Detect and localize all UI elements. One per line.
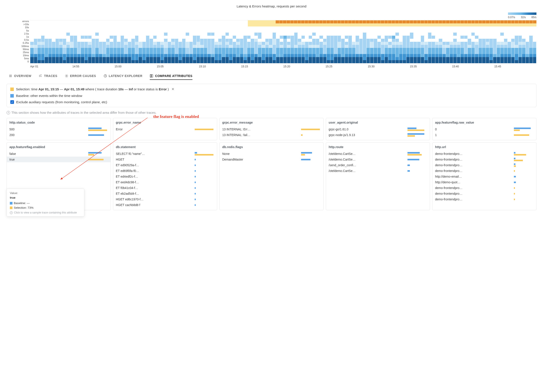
tab-compare-attributes[interactable]: COMPARE ATTRIBUTES xyxy=(150,74,192,80)
attribute-card[interactable]: http.status_code500200 xyxy=(6,118,111,140)
attribute-row[interactable]: HGET ed6c1970-f… xyxy=(116,196,214,202)
attribute-row[interactable]: ET eed4dc98-f… xyxy=(116,179,214,185)
attribute-row[interactable]: HGET xyxy=(116,157,214,162)
attribute-label: ET eb2ad5d4-f… xyxy=(116,192,171,195)
attribute-row[interactable]: None xyxy=(222,151,321,157)
attribute-card[interactable]: grpc.error_message13 INTERNAL: Err…13 IN… xyxy=(219,118,324,140)
attribute-row[interactable]: 13 INTERNAL: Err… xyxy=(222,127,321,132)
attribute-card[interactable]: http.route/oteldemo.CartSe…/oteldemo.Car… xyxy=(326,142,430,210)
attribute-row[interactable]: HGET cachb8d8 f xyxy=(116,202,214,208)
attribute-row[interactable]: ET ed4edf2c-f… xyxy=(116,174,214,179)
heatmap-xtick: 15:15 xyxy=(241,65,283,68)
attribute-label: Error xyxy=(116,127,171,131)
legend-mid: 32/s xyxy=(521,16,526,19)
attribute-row[interactable]: 13 INTERNAL: fail… xyxy=(222,132,321,138)
attribute-row[interactable]: demo-frontendpro… xyxy=(435,185,534,191)
attribute-row[interactable]: http://demo-quot… xyxy=(435,179,534,185)
attribute-bars xyxy=(407,152,427,155)
attribute-row[interactable]: grpc-node-js/1.9.13 xyxy=(329,132,427,138)
attribute-row[interactable]: /send_order_confi… xyxy=(329,162,427,168)
tooltip-baseline-row: Baseline: — xyxy=(10,201,81,205)
heatmap-ytick: 10ms xyxy=(23,54,29,57)
heatmap-xtick: 14:55 xyxy=(73,65,115,68)
attribute-row[interactable]: ET ed90529a-f… xyxy=(116,162,214,168)
attribute-card[interactable]: db.redis.flagsNoneDemandMaster xyxy=(219,142,324,210)
attribute-row[interactable]: false xyxy=(9,151,108,157)
overview-icon xyxy=(9,74,12,78)
attribute-bars xyxy=(514,182,534,183)
attribute-bars xyxy=(195,182,214,183)
heatmap-xtick: 15:05 xyxy=(157,65,199,68)
svg-rect-3 xyxy=(152,75,153,77)
error-causes-icon xyxy=(65,74,68,78)
heatmap-ytick: 50ms xyxy=(23,48,29,51)
heatmap[interactable]: errors>10s10s5s2.5s1s0.5s0.25s100ms50ms2… xyxy=(4,20,539,63)
attribute-row[interactable]: http://demo-email… xyxy=(435,174,534,179)
attribute-label: HGET cachb8d8 f xyxy=(116,203,171,207)
attribute-card[interactable]: http.urldemo-frontendpro…demo-frontendpr… xyxy=(432,142,537,210)
attribute-row[interactable]: ET ed69f0fa-f0… xyxy=(116,168,214,174)
attribute-row[interactable]: demo-frontendpro… xyxy=(435,196,534,202)
attribute-bars xyxy=(88,134,108,136)
info-icon: i xyxy=(6,111,10,114)
attribute-row[interactable]: grpc-go/1.61.0 xyxy=(329,127,427,132)
tooltip-value-label: Value: xyxy=(10,191,81,195)
attribute-row[interactable]: DemandMaster xyxy=(222,157,321,162)
heatmap-xaxis: Apr 0114:5515:0015:0515:1015:1515:2015:2… xyxy=(17,65,537,68)
latency-explorer-icon xyxy=(104,74,107,78)
attribute-label: ET ed4edf2c-f… xyxy=(116,175,171,178)
attribute-row[interactable]: SELECT f0."name"… xyxy=(116,151,214,157)
attribute-card[interactable]: user_agent.originalgrpc-go/1.61.0grpc-no… xyxy=(326,118,430,140)
attribute-bars xyxy=(407,170,427,172)
tab-overview-label: OVERVIEW xyxy=(14,74,31,78)
attribute-row[interactable]: 0 xyxy=(435,127,534,132)
attribute-row[interactable]: demo-frontendpro… xyxy=(435,191,534,196)
attribute-row[interactable]: 200 xyxy=(9,132,108,138)
tab-traces[interactable]: TRACES xyxy=(39,74,57,80)
tab-overview[interactable]: OVERVIEW xyxy=(9,74,31,80)
attribute-row[interactable]: /oteldemo.CartSe… xyxy=(329,157,427,162)
attribute-bars xyxy=(514,193,534,194)
attribute-row[interactable]: Error xyxy=(116,127,214,132)
section-description: i This section shows how the attributes … xyxy=(6,111,537,114)
attribute-row[interactable]: 500 xyxy=(9,127,108,132)
tab-latency-explorer[interactable]: LATENCY EXPLORER xyxy=(104,74,142,80)
attribute-label: http://demo-email… xyxy=(435,175,490,178)
attribute-label: /send_order_confi… xyxy=(329,163,384,167)
heatmap-ytick: 1s xyxy=(26,36,29,38)
heatmap-row xyxy=(30,54,537,57)
attribute-card[interactable]: grpc.error_nameError xyxy=(113,118,217,140)
attribute-row[interactable]: true xyxy=(7,157,111,162)
tabs: OVERVIEW TRACES ERROR CAUSES LATENCY EXP… xyxy=(9,74,539,80)
attribute-row[interactable]: ET f0b41c04-f… xyxy=(116,185,214,191)
attribute-row[interactable]: demo-frontendpro… xyxy=(435,157,534,162)
attribute-label: HGET ed6c1970-f… xyxy=(116,198,171,201)
attribute-row[interactable]: 1 xyxy=(435,132,534,138)
attribute-row[interactable]: /oteldemo.CartSe… xyxy=(329,151,427,157)
attribute-row[interactable]: /oteldemo.CartSe… xyxy=(329,168,427,174)
attribute-bars xyxy=(514,170,534,172)
attribute-card[interactable]: app.featureflag.raw_value01 xyxy=(432,118,537,140)
attribute-card[interactable]: db.statementSELECT f0."name"…HGETET ed90… xyxy=(113,142,217,210)
exclude-auxiliary-checkbox[interactable]: ✓ xyxy=(10,100,14,104)
attribute-row[interactable]: demo-frontendpro… xyxy=(435,168,534,174)
attribute-row[interactable]: ET eb2ad5d4-f… xyxy=(116,191,214,196)
tooltip-value: true xyxy=(10,196,81,199)
filter-baseline-row: Baseline: other events within the time w… xyxy=(10,94,533,98)
attribute-bars xyxy=(514,127,534,131)
tab-latency-explorer-label: LATENCY EXPLORER xyxy=(109,74,142,78)
clear-selection-icon[interactable]: ✕ xyxy=(171,87,174,91)
heatmap-rows xyxy=(30,20,537,63)
swatch-selection-small xyxy=(10,206,12,209)
tab-error-causes[interactable]: ERROR CAUSES xyxy=(65,74,96,80)
heatmap-row xyxy=(30,29,537,33)
filter-selection-row: Selection: time Apr 01, 15:15 — Apr 01, … xyxy=(10,87,533,91)
attribute-label: false xyxy=(9,152,65,155)
attribute-row[interactable]: demo-frontendpro… xyxy=(435,162,534,168)
attribute-label: grpc-node-js/1.9.13 xyxy=(329,133,384,137)
attribute-card-title: app.featureflag.enabled xyxy=(9,145,108,149)
attribute-bars xyxy=(195,170,214,172)
heatmap-row xyxy=(30,60,537,63)
heatmap-xtick: 15:20 xyxy=(283,65,326,68)
attribute-row[interactable]: demo-frontendpro… xyxy=(435,151,534,157)
